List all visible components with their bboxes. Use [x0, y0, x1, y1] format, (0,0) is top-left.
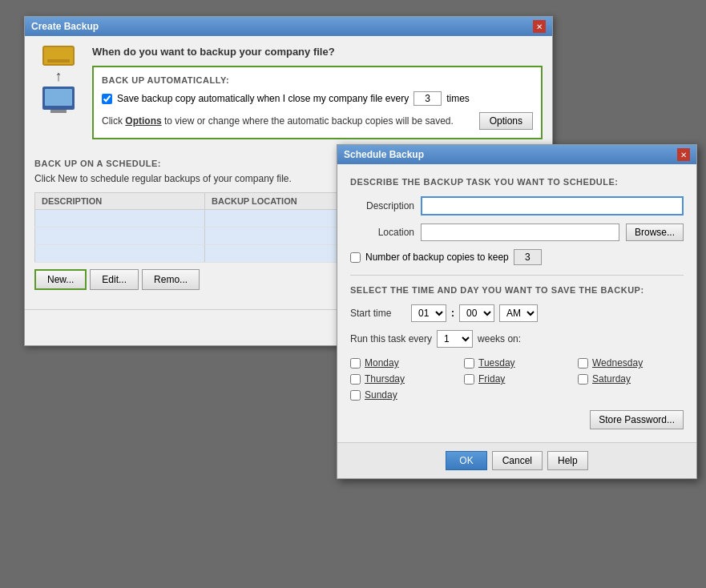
- description-row: Description: [350, 196, 684, 215]
- ok-button[interactable]: OK: [446, 451, 486, 470]
- saturday-label: Saturday: [592, 373, 631, 385]
- saturday-checkbox[interactable]: [578, 374, 588, 385]
- saturday-row: Saturday: [578, 373, 684, 385]
- run-task-row: Run this task every 1234 weeks on:: [350, 330, 684, 348]
- copies-input[interactable]: [514, 249, 542, 265]
- schedule-content: DESCRIBE THE BACKUP TASK YOU WANT TO SCH…: [337, 164, 696, 442]
- description-input[interactable]: [421, 196, 684, 215]
- sunday-row: Sunday: [350, 389, 456, 401]
- run-task-label: Run this task every: [350, 333, 432, 344]
- col-description: DESCRIPTION: [35, 193, 205, 210]
- auto-backup-label: BACK UP AUTOMATICALLY:: [102, 75, 533, 85]
- new-button[interactable]: New...: [34, 269, 87, 290]
- options-description: Click Options to view or change where th…: [102, 115, 454, 127]
- sunday-checkbox[interactable]: [350, 390, 361, 401]
- auto-backup-checkbox[interactable]: [102, 94, 112, 104]
- computer-icon: [42, 87, 75, 110]
- schedule-backup-title: Schedule Backup: [344, 149, 424, 160]
- start-time-label: Start time: [350, 308, 406, 319]
- wednesday-checkbox[interactable]: [578, 358, 588, 369]
- backup-icon-container: ↑: [34, 46, 83, 110]
- location-label: Location: [350, 227, 414, 238]
- times-input[interactable]: [414, 91, 442, 106]
- cancel-button[interactable]: Cancel: [492, 451, 543, 470]
- tuesday-label: Tuesday: [478, 357, 515, 369]
- thursday-checkbox[interactable]: [350, 374, 361, 385]
- divider: [350, 275, 684, 276]
- wednesday-row: Wednesday: [578, 357, 684, 369]
- sunday-label: Sunday: [365, 389, 397, 401]
- weeks-on-label: weeks on:: [478, 333, 521, 344]
- monday-row: Monday: [350, 357, 456, 369]
- friday-row: Friday: [464, 373, 570, 385]
- time-section-title: SELECT THE TIME AND DAY YOU WANT TO SAVE…: [350, 285, 684, 295]
- minute-select[interactable]: 00153045: [459, 304, 494, 322]
- copies-checkbox[interactable]: [350, 252, 361, 263]
- question-text: When do you want to backup your company …: [92, 46, 543, 58]
- remove-button[interactable]: Remo...: [142, 269, 200, 290]
- friday-checkbox[interactable]: [464, 374, 474, 385]
- browse-button[interactable]: Browse...: [626, 224, 684, 241]
- create-backup-title: Create Backup: [31, 21, 99, 32]
- schedule-backup-close-btn[interactable]: ✕: [677, 148, 690, 161]
- options-button[interactable]: Options: [479, 112, 533, 130]
- schedule-backup-titlebar: Schedule Backup ✕: [337, 145, 696, 164]
- friday-label: Friday: [478, 373, 505, 385]
- wednesday-label: Wednesday: [592, 357, 643, 369]
- location-row: Location Browse...: [350, 224, 684, 241]
- thursday-label: Thursday: [365, 373, 405, 385]
- store-password-button[interactable]: Store Password...: [590, 410, 684, 429]
- create-backup-titlebar: Create Backup ✕: [25, 17, 552, 36]
- help-button[interactable]: Help: [547, 451, 588, 470]
- thursday-row: Thursday: [350, 373, 456, 385]
- time-colon: :: [451, 308, 454, 319]
- arrow-up-icon: ↑: [55, 69, 63, 83]
- monday-checkbox[interactable]: [350, 358, 361, 369]
- start-time-row: Start time 01020304 05060708 09101112 : …: [350, 304, 684, 322]
- description-label: Description: [350, 200, 414, 211]
- weeks-select[interactable]: 1234: [437, 330, 473, 348]
- action-buttons-row: OK Cancel Help: [337, 442, 696, 478]
- auto-backup-text: Save backup copy automatically when I cl…: [117, 93, 409, 104]
- ampm-select[interactable]: AMPM: [499, 304, 538, 322]
- days-grid: Monday Tuesday Wednesday Thursday Friday…: [350, 357, 684, 401]
- auto-backup-section: BACK UP AUTOMATICALLY: Save backup copy …: [92, 66, 543, 139]
- times-label: times: [446, 93, 470, 104]
- location-input[interactable]: [421, 224, 619, 241]
- schedule-backup-dialog: Schedule Backup ✕ DESCRIBE THE BACKUP TA…: [337, 144, 697, 479]
- edit-button[interactable]: Edit...: [90, 269, 139, 290]
- tuesday-checkbox[interactable]: [464, 358, 474, 369]
- copies-label: Number of backup copies to keep: [365, 252, 509, 263]
- drive-icon: [42, 46, 75, 66]
- tuesday-row: Tuesday: [464, 357, 570, 369]
- monday-label: Monday: [365, 357, 399, 369]
- copies-row: Number of backup copies to keep: [350, 249, 684, 265]
- create-backup-close-btn[interactable]: ✕: [533, 20, 546, 33]
- hour-select[interactable]: 01020304 05060708 09101112: [411, 304, 446, 322]
- bottom-row: Store Password...: [350, 410, 684, 429]
- describe-section-title: DESCRIBE THE BACKUP TASK YOU WANT TO SCH…: [350, 177, 684, 187]
